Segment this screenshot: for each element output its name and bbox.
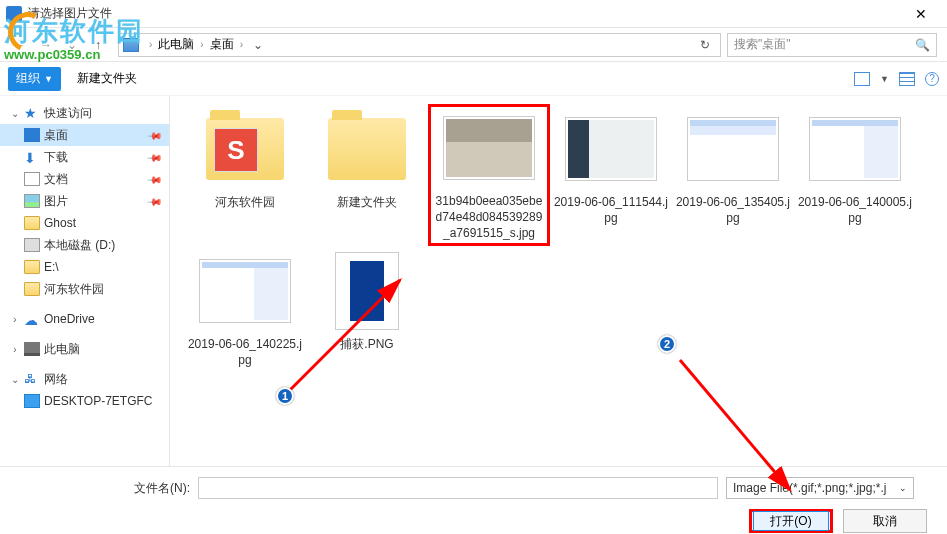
back-button[interactable]: ← bbox=[10, 35, 30, 55]
annotation-badge-2: 2 bbox=[658, 335, 676, 353]
chevron-right-icon: › bbox=[145, 39, 156, 50]
file-image[interactable]: 2019-06-06_111544.jpg bbox=[550, 104, 672, 246]
chevron-down-icon: ⌄ bbox=[899, 483, 907, 493]
breadcrumb-root[interactable]: 此电脑 bbox=[158, 36, 194, 53]
sidebar-item-documents[interactable]: 文档📌 bbox=[0, 168, 169, 190]
pc-icon bbox=[123, 38, 139, 52]
pin-icon: 📌 bbox=[147, 127, 163, 143]
sidebar-quick-access[interactable]: 快速访问 bbox=[0, 102, 169, 124]
pin-icon: 📌 bbox=[147, 171, 163, 187]
chevron-down-icon: ▼ bbox=[44, 74, 53, 84]
window-title: 请选择图片文件 bbox=[28, 5, 901, 22]
breadcrumb[interactable]: › 此电脑 › 桌面 › ⌄ ↻ bbox=[118, 33, 721, 57]
up-button[interactable]: ↑ bbox=[88, 35, 108, 55]
view-list-icon[interactable] bbox=[899, 72, 915, 86]
file-type-filter[interactable]: Image File(*.gif;*.png;*.jpg;*.j ⌄ bbox=[726, 477, 914, 499]
sidebar: 快速访问 桌面📌 下载📌 文档📌 图片📌 Ghost 本地磁盘 (D:) E:\… bbox=[0, 96, 170, 466]
help-icon[interactable]: ? bbox=[925, 72, 939, 86]
file-folder-new[interactable]: 新建文件夹 bbox=[306, 104, 428, 246]
sidebar-network[interactable]: 网络 bbox=[0, 368, 169, 390]
chevron-right-icon: › bbox=[236, 39, 247, 50]
refresh-icon[interactable]: ↻ bbox=[694, 38, 716, 52]
file-image-capture[interactable]: 捕获.PNG bbox=[306, 246, 428, 374]
dialog-footer: 文件名(N): Image File(*.gif;*.png;*.jpg;*.j… bbox=[0, 466, 947, 534]
filename-label: 文件名(N): bbox=[134, 480, 190, 497]
new-folder-button[interactable]: 新建文件夹 bbox=[69, 67, 145, 91]
file-image[interactable]: 2019-06-06_140005.jpg bbox=[794, 104, 916, 246]
file-list: S 河东软件园 新建文件夹 31b94b0eea035ebed74e48d084… bbox=[170, 96, 947, 466]
nav-bar: ← → ⌄ ↑ › 此电脑 › 桌面 › ⌄ ↻ 搜索"桌面" 🔍 bbox=[0, 28, 947, 62]
file-image[interactable]: 2019-06-06_135405.jpg bbox=[672, 104, 794, 246]
open-button[interactable]: 打开(O) bbox=[749, 509, 833, 533]
search-input[interactable]: 搜索"桌面" 🔍 bbox=[727, 33, 937, 57]
breadcrumb-dropdown[interactable]: ⌄ bbox=[249, 38, 267, 52]
sidebar-this-pc[interactable]: 此电脑 bbox=[0, 338, 169, 360]
forward-button: → bbox=[36, 35, 56, 55]
sidebar-item-desktop-pc[interactable]: DESKTOP-7ETGFC bbox=[0, 390, 169, 412]
sidebar-onedrive[interactable]: OneDrive bbox=[0, 308, 169, 330]
organize-button[interactable]: 组织 ▼ bbox=[8, 67, 61, 91]
sidebar-item-desktop[interactable]: 桌面📌 bbox=[0, 124, 169, 146]
breadcrumb-current[interactable]: 桌面 bbox=[210, 36, 234, 53]
sidebar-item-pictures[interactable]: 图片📌 bbox=[0, 190, 169, 212]
search-icon[interactable]: 🔍 bbox=[915, 38, 930, 52]
app-icon bbox=[6, 6, 22, 22]
title-bar: 请选择图片文件 ✕ bbox=[0, 0, 947, 28]
sidebar-item-disk-d[interactable]: 本地磁盘 (D:) bbox=[0, 234, 169, 256]
annotation-badge-1: 1 bbox=[276, 387, 294, 405]
file-folder-hedong[interactable]: S 河东软件园 bbox=[184, 104, 306, 246]
sidebar-item-e[interactable]: E:\ bbox=[0, 256, 169, 278]
toolbar: 组织 ▼ 新建文件夹 ▼ ? bbox=[0, 62, 947, 96]
chevron-right-icon: › bbox=[196, 39, 207, 50]
sidebar-item-downloads[interactable]: 下载📌 bbox=[0, 146, 169, 168]
pin-icon: 📌 bbox=[147, 193, 163, 209]
chevron-down-icon[interactable]: ▼ bbox=[880, 74, 889, 84]
file-image[interactable]: 2019-06-06_140225.jpg bbox=[184, 246, 306, 374]
filename-input[interactable] bbox=[198, 477, 718, 499]
sidebar-item-ghost[interactable]: Ghost bbox=[0, 212, 169, 234]
pin-icon: 📌 bbox=[147, 149, 163, 165]
close-icon[interactable]: ✕ bbox=[901, 6, 941, 22]
search-placeholder: 搜索"桌面" bbox=[734, 36, 791, 53]
view-large-icon[interactable] bbox=[854, 72, 870, 86]
file-image-selected[interactable]: 31b94b0eea035ebed74e48d084539289_a769151… bbox=[428, 104, 550, 246]
cancel-button[interactable]: 取消 bbox=[843, 509, 927, 533]
sidebar-item-hedong[interactable]: 河东软件园 bbox=[0, 278, 169, 300]
recent-dropdown[interactable]: ⌄ bbox=[62, 35, 82, 55]
